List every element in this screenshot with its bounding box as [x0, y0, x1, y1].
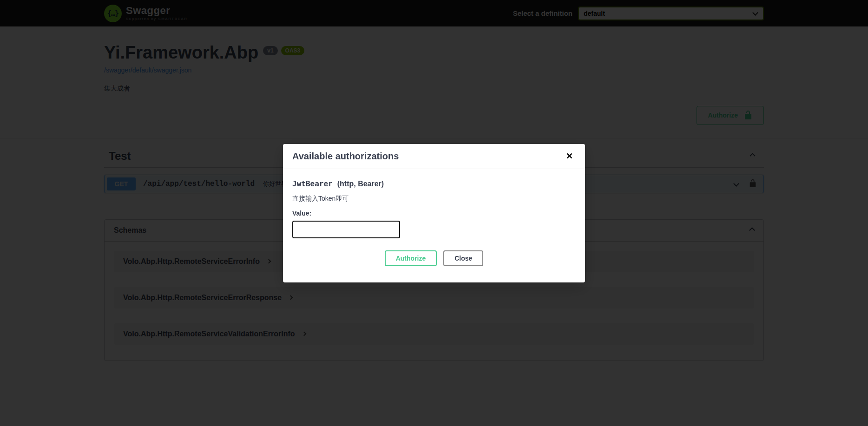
auth-scheme-description: 直接输入Token即可	[292, 195, 576, 203]
authorizations-modal: Available authorizations ✕ JwtBearer (ht…	[283, 144, 585, 282]
value-label: Value:	[292, 210, 576, 217]
modal-close-button[interactable]: Close	[443, 250, 483, 266]
modal-authorize-button[interactable]: Authorize	[385, 250, 437, 266]
close-icon[interactable]: ✕	[563, 151, 576, 161]
auth-scheme-type: (http, Bearer)	[337, 180, 384, 188]
modal-title: Available authorizations	[292, 151, 399, 162]
auth-scheme-name: JwtBearer	[292, 179, 333, 188]
token-value-input[interactable]	[292, 221, 400, 238]
